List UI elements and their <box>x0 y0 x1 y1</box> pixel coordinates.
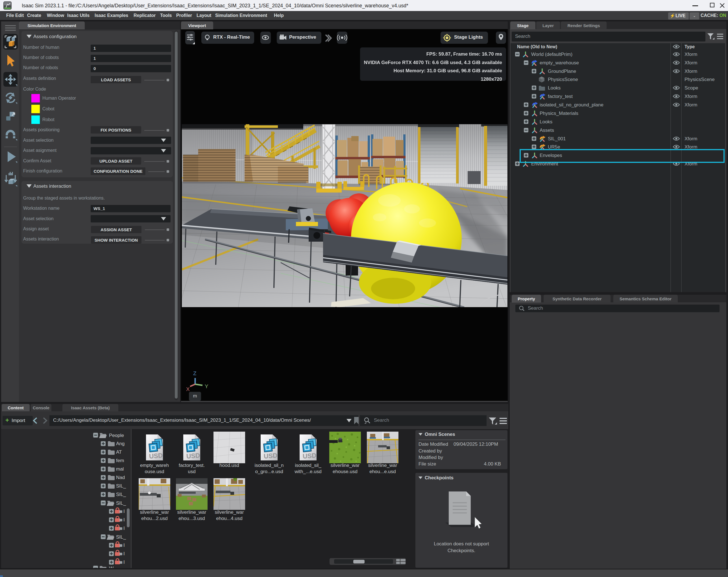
svg-text:Z: Z <box>193 370 197 376</box>
svg-text:SIL_001: SIL_001 <box>548 136 566 141</box>
svg-text:Xform: Xform <box>684 102 697 108</box>
svg-text:isolated_sil_no_ground_plane: isolated_sil_no_ground_plane <box>540 102 603 108</box>
svg-text:I: I <box>123 543 125 548</box>
svg-text:Xform: Xform <box>684 136 697 141</box>
svg-text:Nad: Nad <box>116 475 125 480</box>
svg-text:I: I <box>123 526 125 531</box>
svg-text:SIL_: SIL_ <box>116 534 126 540</box>
svg-text:Xform: Xform <box>684 144 697 150</box>
svg-text:Type: Type <box>684 44 695 49</box>
svg-text:empty_warehouse: empty_warehouse <box>540 60 579 65</box>
svg-text:Name (Old to New): Name (Old to New) <box>517 44 557 49</box>
svg-text:PhysicsScene: PhysicsScene <box>684 77 715 82</box>
svg-text:GroundPlane: GroundPlane <box>548 69 576 74</box>
svg-text:Looks: Looks <box>540 119 552 125</box>
svg-text:Physics_Materials: Physics_Materials <box>540 111 578 116</box>
svg-text:People: People <box>109 433 124 438</box>
svg-text:I: I <box>123 551 125 556</box>
svg-text:X: X <box>186 386 190 392</box>
svg-text:mal: mal <box>116 466 124 472</box>
svg-text:SIL_: SIL_ <box>116 483 126 489</box>
svg-text:I: I <box>123 559 125 565</box>
svg-text:I: I <box>123 517 125 523</box>
svg-text:Scope: Scope <box>684 85 698 90</box>
svg-text:SIL_: SIL_ <box>116 492 126 497</box>
svg-text:PhysicsScene: PhysicsScene <box>548 77 578 82</box>
svg-text:AT: AT <box>116 449 122 455</box>
svg-text:factory_test: factory_test <box>548 94 573 99</box>
svg-text:UR5e: UR5e <box>548 144 560 150</box>
svg-text:Y: Y <box>205 383 208 389</box>
svg-text:Xform: Xform <box>684 94 697 99</box>
svg-text:W: W <box>109 566 113 568</box>
svg-text:Ang: Ang <box>116 441 125 446</box>
svg-text:Looks: Looks <box>548 85 561 90</box>
svg-text:SIL_: SIL_ <box>116 500 126 506</box>
svg-text:I: I <box>123 509 125 514</box>
svg-text:World (defaultPrim): World (defaultPrim) <box>531 52 572 57</box>
svg-text:Assets: Assets <box>540 128 554 133</box>
svg-text:Xform: Xform <box>684 60 697 65</box>
svg-text:fem: fem <box>116 458 124 463</box>
svg-text:Envelopes: Envelopes <box>540 153 562 158</box>
svg-text:Xform: Xform <box>684 52 697 57</box>
svg-text:Xform: Xform <box>684 69 697 74</box>
